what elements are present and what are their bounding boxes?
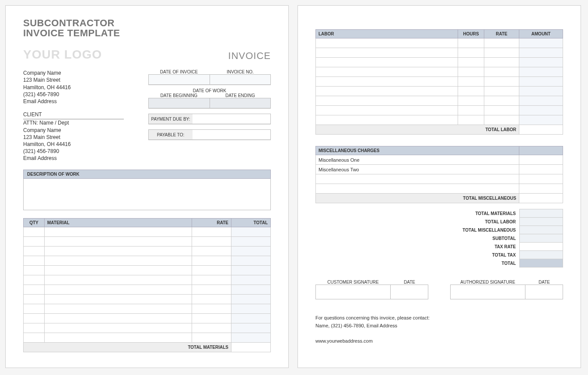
hours-cell[interactable] xyxy=(458,115,484,125)
misc-amount-cell[interactable] xyxy=(519,184,563,194)
labor-cell[interactable] xyxy=(316,96,458,106)
hours-cell[interactable] xyxy=(458,38,484,48)
qty-cell[interactable] xyxy=(24,285,45,295)
hours-cell[interactable] xyxy=(458,77,484,87)
total-cell[interactable] xyxy=(231,333,271,343)
rate-cell[interactable] xyxy=(192,304,231,314)
totals-totaltax-value[interactable] xyxy=(519,250,563,259)
rate-cell[interactable] xyxy=(484,77,519,87)
total-misc-value[interactable] xyxy=(519,194,563,203)
totals-total-value[interactable] xyxy=(519,259,563,267)
date-beginning-field[interactable] xyxy=(149,98,210,108)
rate-cell[interactable] xyxy=(484,96,519,106)
totals-labor-value[interactable] xyxy=(519,217,563,226)
qty-cell[interactable] xyxy=(24,266,45,275)
hours-cell[interactable] xyxy=(458,58,484,67)
rate-cell[interactable] xyxy=(192,323,231,333)
amount-cell[interactable] xyxy=(519,58,563,67)
totals-subtotal-value[interactable] xyxy=(519,234,563,243)
total-cell[interactable] xyxy=(231,275,271,285)
authorized-signature-field[interactable] xyxy=(451,285,525,299)
date-ending-field[interactable] xyxy=(210,98,271,108)
material-cell[interactable] xyxy=(45,323,192,333)
labor-cell[interactable] xyxy=(316,48,458,58)
total-cell[interactable] xyxy=(231,247,271,256)
qty-cell[interactable] xyxy=(24,237,45,247)
qty-cell[interactable] xyxy=(24,295,45,304)
amount-cell[interactable] xyxy=(519,106,563,115)
hours-cell[interactable] xyxy=(458,106,484,115)
rate-cell[interactable] xyxy=(192,247,231,256)
material-cell[interactable] xyxy=(45,314,192,323)
hours-cell[interactable] xyxy=(458,87,484,96)
amount-cell[interactable] xyxy=(519,48,563,58)
rate-cell[interactable] xyxy=(484,48,519,58)
total-cell[interactable] xyxy=(231,304,271,314)
rate-cell[interactable] xyxy=(192,285,231,295)
rate-cell[interactable] xyxy=(192,275,231,285)
rate-cell[interactable] xyxy=(484,115,519,125)
amount-cell[interactable] xyxy=(519,77,563,87)
labor-cell[interactable] xyxy=(316,67,458,77)
total-cell[interactable] xyxy=(231,295,271,304)
labor-cell[interactable] xyxy=(316,106,458,115)
rate-cell[interactable] xyxy=(484,58,519,67)
material-cell[interactable] xyxy=(45,333,192,343)
amount-cell[interactable] xyxy=(519,38,563,48)
total-cell[interactable] xyxy=(231,256,271,266)
qty-cell[interactable] xyxy=(24,227,45,237)
rate-cell[interactable] xyxy=(192,295,231,304)
misc-amount-cell[interactable] xyxy=(519,174,563,184)
material-cell[interactable] xyxy=(45,304,192,314)
misc-desc-cell[interactable]: Miscellaneous One xyxy=(316,155,519,165)
rate-cell[interactable] xyxy=(192,227,231,237)
qty-cell[interactable] xyxy=(24,333,45,343)
hours-cell[interactable] xyxy=(458,48,484,58)
labor-cell[interactable] xyxy=(316,38,458,48)
material-cell[interactable] xyxy=(45,256,192,266)
customer-date-field[interactable] xyxy=(391,285,428,299)
qty-cell[interactable] xyxy=(24,275,45,285)
customer-signature-field[interactable] xyxy=(316,285,391,299)
date-of-invoice-field[interactable] xyxy=(149,75,210,84)
qty-cell[interactable] xyxy=(24,304,45,314)
material-cell[interactable] xyxy=(45,285,192,295)
labor-cell[interactable] xyxy=(316,77,458,87)
labor-cell[interactable] xyxy=(316,87,458,96)
amount-cell[interactable] xyxy=(519,96,563,106)
authorized-date-field[interactable] xyxy=(525,285,563,299)
rate-cell[interactable] xyxy=(484,38,519,48)
material-cell[interactable] xyxy=(45,247,192,256)
misc-amount-cell[interactable] xyxy=(519,155,563,165)
total-cell[interactable] xyxy=(231,237,271,247)
qty-cell[interactable] xyxy=(24,314,45,323)
misc-desc-cell[interactable]: Miscellaneous Two xyxy=(316,165,519,174)
material-cell[interactable] xyxy=(45,266,192,275)
hours-cell[interactable] xyxy=(458,96,484,106)
description-field[interactable] xyxy=(23,179,271,210)
rate-cell[interactable] xyxy=(484,87,519,96)
rate-cell[interactable] xyxy=(192,314,231,323)
hours-cell[interactable] xyxy=(458,67,484,77)
totals-taxrate-value[interactable] xyxy=(519,242,563,251)
payable-to-field[interactable] xyxy=(192,130,270,139)
rate-cell[interactable] xyxy=(192,256,231,266)
total-materials-value[interactable] xyxy=(231,343,271,352)
amount-cell[interactable] xyxy=(519,87,563,96)
material-cell[interactable] xyxy=(45,237,192,247)
amount-cell[interactable] xyxy=(519,115,563,125)
misc-desc-cell[interactable] xyxy=(316,174,519,184)
total-cell[interactable] xyxy=(231,227,271,237)
total-cell[interactable] xyxy=(231,266,271,275)
rate-cell[interactable] xyxy=(192,237,231,247)
rate-cell[interactable] xyxy=(192,266,231,275)
payment-due-field[interactable] xyxy=(192,114,270,124)
misc-amount-cell[interactable] xyxy=(519,165,563,174)
totals-misc-value[interactable] xyxy=(519,226,563,234)
rate-cell[interactable] xyxy=(192,333,231,343)
amount-cell[interactable] xyxy=(519,67,563,77)
qty-cell[interactable] xyxy=(24,247,45,256)
invoice-no-field[interactable] xyxy=(210,75,271,84)
qty-cell[interactable] xyxy=(24,323,45,333)
misc-desc-cell[interactable] xyxy=(316,184,519,194)
